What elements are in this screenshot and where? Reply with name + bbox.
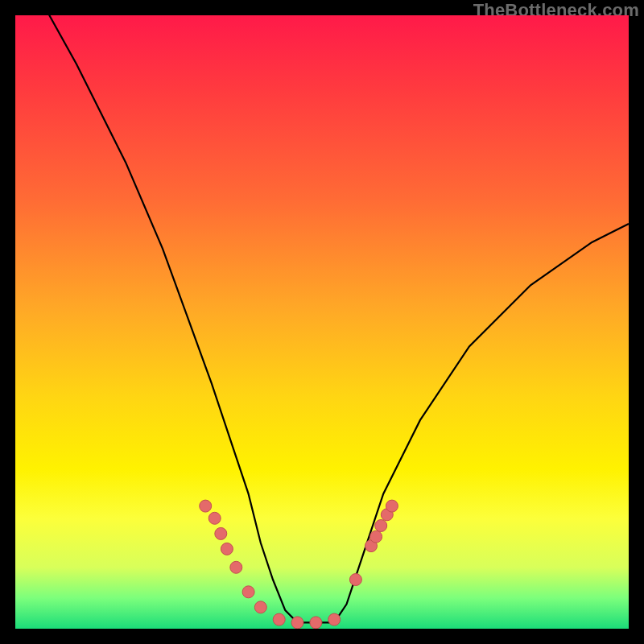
chart-frame	[15, 15, 629, 629]
data-marker	[273, 613, 285, 625]
data-marker	[310, 617, 322, 629]
data-marker	[328, 613, 341, 625]
data-marker	[221, 543, 233, 555]
data-marker	[208, 512, 221, 524]
data-marker	[254, 601, 266, 613]
data-marker	[375, 520, 387, 532]
data-marker	[291, 617, 303, 629]
data-marker	[242, 586, 254, 598]
bottleneck-curve	[15, 15, 629, 622]
data-marker	[230, 561, 242, 573]
chart-svg	[15, 15, 629, 629]
data-marker	[215, 527, 227, 539]
data-marker	[386, 500, 398, 512]
data-marker	[349, 574, 361, 586]
data-marker	[200, 500, 212, 512]
data-marker	[370, 530, 382, 543]
marker-group	[200, 500, 398, 629]
